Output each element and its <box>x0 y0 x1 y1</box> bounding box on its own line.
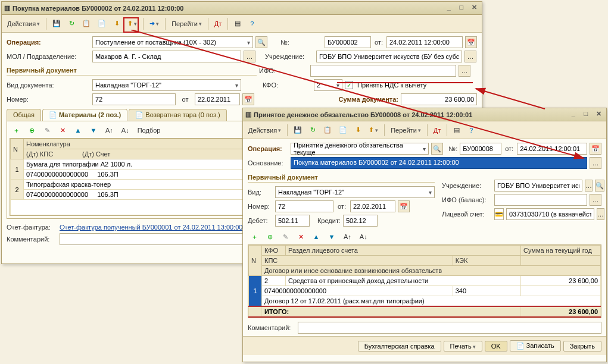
refresh-icon[interactable]: ↻ <box>65 17 78 30</box>
osn-input[interactable]: Покупка материалов БУ000002 от 24.02.201… <box>291 157 587 169</box>
maximize-icon[interactable]: □ <box>456 4 467 13</box>
comment2-input[interactable] <box>298 322 601 334</box>
actions-menu-2[interactable]: Действия <box>245 124 284 137</box>
nomer-date-input[interactable] <box>195 93 240 105</box>
operation-select[interactable]: Поступление от поставщика (10Х - 302) <box>92 36 253 48</box>
goto-menu-2[interactable]: Перейти <box>388 124 424 137</box>
add2-icon[interactable]: ⊕ <box>25 124 38 137</box>
sort-asc-icon[interactable]: A↑ <box>102 124 116 137</box>
up2-icon[interactable]: ▲ <box>310 230 323 243</box>
titlebar-2[interactable]: ▥ Принятое денежное обязательство БУ0000… <box>243 108 606 121</box>
ifo2-dots-icon[interactable]: … <box>590 194 601 206</box>
out-icon[interactable]: ⬆ <box>366 124 381 137</box>
date2-input[interactable] <box>517 143 587 155</box>
save-icon[interactable]: 💾 <box>291 124 305 137</box>
minimize-icon[interactable]: _ <box>444 4 454 13</box>
del-icon[interactable]: ✕ <box>56 124 69 137</box>
actions-menu[interactable]: Действия <box>4 17 43 30</box>
copy-icon[interactable]: 📄 <box>336 124 350 137</box>
num2-input[interactable] <box>460 143 501 155</box>
edit2-icon[interactable]: ✎ <box>279 230 292 243</box>
vid2-select[interactable]: Накладная "ТОРГ-12" <box>275 186 435 198</box>
nomer-input[interactable] <box>92 93 176 105</box>
write-button[interactable]: 📄 Записать <box>510 340 561 352</box>
report-icon[interactable]: ▤ <box>450 124 463 137</box>
report-icon[interactable]: ▤ <box>231 17 244 30</box>
uchr2-dots-icon[interactable]: … <box>585 180 593 192</box>
ifo-lookup-icon[interactable]: … <box>459 65 470 77</box>
op2-lookup-icon[interactable]: 🔍 <box>431 143 443 155</box>
copy-icon[interactable]: 📄 <box>95 17 109 30</box>
date-input[interactable] <box>386 36 463 48</box>
sort2b-icon[interactable]: A↓ <box>357 230 370 243</box>
out-icon[interactable]: ⬆ <box>124 17 140 30</box>
down2-icon[interactable]: ▼ <box>325 230 338 243</box>
mol-lookup-icon[interactable]: … <box>244 51 255 62</box>
help-icon[interactable]: ? <box>245 17 258 30</box>
table-row[interactable]: 07400000000000000 340 <box>249 286 601 296</box>
maximize-icon[interactable]: □ <box>581 110 591 120</box>
post-icon[interactable]: 📋 <box>320 124 335 137</box>
add-icon[interactable]: ＋ <box>10 124 23 137</box>
save-icon[interactable]: 💾 <box>49 17 64 30</box>
uchr2-input[interactable] <box>494 180 582 192</box>
tab-general[interactable]: Общая <box>7 109 41 121</box>
window-obligation: ▥ Принятое денежное обязательство БУ0000… <box>242 108 607 362</box>
ifo-input[interactable] <box>310 65 456 77</box>
up-icon[interactable]: ▲ <box>71 124 85 137</box>
nomer2-input[interactable] <box>275 200 333 212</box>
tab-materials[interactable]: 📄 Материалы (2 поз.) <box>42 109 127 121</box>
uchr2-lookup-icon[interactable]: 🔍 <box>595 180 604 192</box>
add2c-icon[interactable]: ⊕ <box>263 230 276 243</box>
sort-desc-icon[interactable]: A↓ <box>119 124 132 137</box>
del2-icon[interactable]: ✕ <box>294 230 307 243</box>
ls-dots-icon[interactable]: … <box>597 208 604 220</box>
kfo-select[interactable]: 2 <box>314 79 342 91</box>
sort2a-icon[interactable]: A↑ <box>341 230 354 243</box>
podbor-button[interactable]: Подбор <box>135 124 164 137</box>
help-icon[interactable]: ? <box>464 124 478 137</box>
number-input[interactable] <box>325 36 371 48</box>
nomer2-date[interactable] <box>350 200 395 212</box>
close-icon[interactable]: ✕ <box>469 4 479 13</box>
post-icon[interactable]: 📋 <box>79 17 93 30</box>
down-icon[interactable]: ▼ <box>87 124 100 137</box>
bs-button[interactable]: Бухгалтерская справка <box>358 341 441 352</box>
obligation-grid[interactable]: N КФО Раздел лицевого счета Сумма на тек… <box>248 244 601 318</box>
dk-icon[interactable]: Дт <box>211 17 225 30</box>
debet-input[interactable] <box>275 215 310 227</box>
in-icon[interactable]: ⬇ <box>110 17 123 30</box>
vid-select[interactable]: Накладная "ТОРГ-12" <box>92 79 241 91</box>
sf-link[interactable]: Счет-фактура полученный БУ000001 от 24.0… <box>60 224 242 231</box>
kredit-input[interactable] <box>343 215 378 227</box>
goto-menu[interactable]: Перейти <box>169 17 205 30</box>
ls-input[interactable] <box>506 208 594 220</box>
calendar-icon[interactable]: 📅 <box>465 36 477 48</box>
refresh-icon[interactable]: ↻ <box>306 124 319 137</box>
create-based-icon[interactable]: ➜ <box>146 17 162 30</box>
close-icon[interactable]: ✕ <box>593 110 604 120</box>
tab-tara[interactable]: 📄 Возвратная тара (0 поз.) <box>129 109 226 121</box>
table-row[interactable]: Договор 12 от 17.02.2011 (расх.мат.для т… <box>249 296 601 307</box>
add2b-icon[interactable]: ＋ <box>248 230 261 243</box>
titlebar-1[interactable]: ▥ Покупка материалов БУ000002 от 24.02.2… <box>2 2 482 15</box>
op2-select[interactable]: Принятие денежного обязательства текуще <box>291 143 429 155</box>
in-icon[interactable]: ⬇ <box>351 124 364 137</box>
osn-lookup-icon[interactable]: … <box>590 157 601 169</box>
op-lookup-icon[interactable]: 🔍 <box>255 36 267 48</box>
uchr-input[interactable] <box>316 51 462 62</box>
docsum-value[interactable] <box>401 93 477 105</box>
table-row[interactable]: 1 2 Средства от приносящей доход деятель… <box>249 276 601 286</box>
minimize-icon[interactable]: _ <box>568 110 579 120</box>
ok-button[interactable]: OK <box>485 341 507 352</box>
calendar4-icon[interactable]: 📅 <box>398 200 410 212</box>
calendar2-icon[interactable]: 📅 <box>242 93 254 105</box>
dk-icon[interactable]: Дт <box>431 124 444 137</box>
uchr-lookup-icon[interactable]: … <box>464 51 476 62</box>
edit-icon[interactable]: ✎ <box>40 124 54 137</box>
ifo2-input[interactable] <box>494 194 587 206</box>
print-button[interactable]: Печать <box>444 341 482 352</box>
calendar3-icon[interactable]: 📅 <box>590 143 601 155</box>
mol-input[interactable] <box>92 51 241 62</box>
close-button[interactable]: Закрыть <box>563 341 601 352</box>
